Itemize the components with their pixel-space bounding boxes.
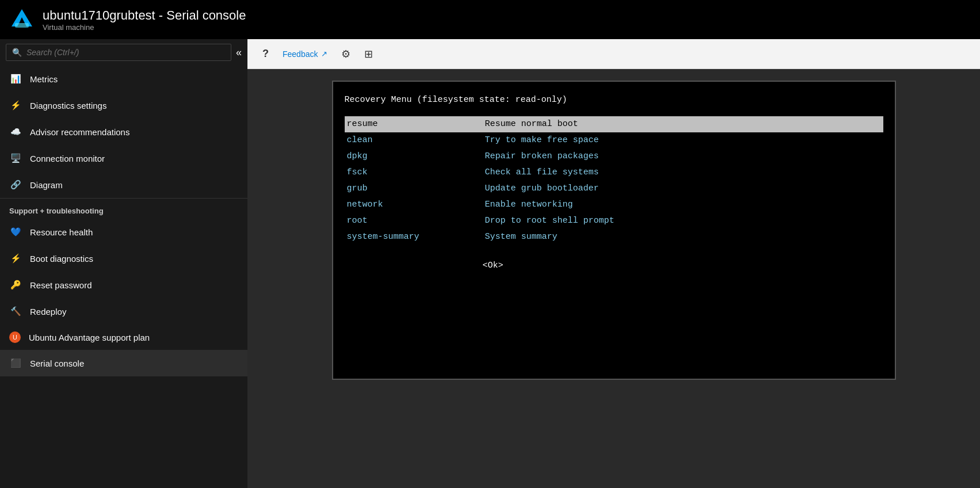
menu-key-system-summary: system-summary [345, 229, 483, 245]
menu-row-grub[interactable]: grub Update grub bootloader [345, 181, 883, 197]
content-area: ? Feedback ↗ ⚙ ⊞ Recovery Menu (filesyst… [247, 39, 980, 488]
menu-desc-grub: Update grub bootloader [483, 181, 601, 197]
sidebar-item-label: Diagram [30, 180, 63, 190]
terminal[interactable]: Recovery Menu (filesystem state: read-on… [332, 81, 896, 380]
menu-desc-clean: Try to make free space [483, 132, 601, 148]
menu-row-network[interactable]: network Enable networking [345, 197, 883, 213]
network-icon: 🔗 [9, 178, 22, 191]
help-button[interactable]: ? [257, 44, 274, 63]
sidebar-item-reset-password[interactable]: 🔑 Reset password [0, 272, 247, 298]
menu-desc-network: Enable networking [483, 197, 575, 213]
help-icon: ? [262, 48, 269, 60]
sidebar-item-metrics[interactable]: 📊 Metrics [0, 66, 247, 92]
external-link-icon: ↗ [321, 49, 327, 58]
menu-row-dpkg[interactable]: dpkg Repair broken packages [345, 148, 883, 165]
terminal-icon: ⬛ [9, 357, 22, 369]
monitor-icon: 🖥️ [9, 152, 22, 165]
sidebar-item-redeploy[interactable]: 🔨 Redeploy [0, 298, 247, 325]
sidebar-item-label: Resource health [30, 227, 93, 237]
menu-row-system-summary[interactable]: system-summary System summary [345, 229, 883, 245]
sidebar-item-label: Connection monitor [30, 154, 105, 163]
key-icon: 🔑 [9, 279, 22, 291]
search-input[interactable] [26, 48, 225, 57]
grid-icon: ⊞ [364, 48, 373, 60]
grid-button[interactable]: ⊞ [359, 44, 379, 64]
terminal-wrapper: Recovery Menu (filesystem state: read-on… [247, 69, 980, 488]
menu-row-resume[interactable]: resume Resume normal boot [345, 116, 883, 132]
azure-icon [9, 7, 35, 32]
menu-key-resume: resume [345, 116, 483, 132]
menu-key-dpkg: dpkg [345, 148, 483, 165]
heart-icon: 💙 [9, 226, 22, 238]
sidebar-item-advisor-recommendations[interactable]: ☁️ Advisor recommendations [0, 119, 247, 145]
menu-key-root: root [345, 213, 483, 229]
gear-icon: ⚙ [341, 48, 350, 60]
menu-desc-system-summary: System summary [483, 229, 560, 245]
menu-key-clean: clean [345, 132, 483, 148]
lightning-icon: ⚡ [9, 99, 22, 112]
sidebar-item-label: Ubuntu Advantage support plan [29, 333, 150, 342]
sidebar-header: 🔍 « [0, 39, 247, 66]
menu-desc-resume: Resume normal boot [483, 116, 581, 132]
title-bar: ubuntu1710grubtest - Serial console Virt… [0, 0, 980, 39]
sidebar-item-label: Diagnostics settings [30, 101, 106, 110]
menu-desc-dpkg: Repair broken packages [483, 148, 601, 165]
sidebar-item-label: Metrics [30, 74, 58, 84]
terminal-menu: resume Resume normal boot clean Try to m… [345, 116, 883, 245]
collapse-button[interactable]: « [236, 47, 242, 59]
sidebar-item-label: Redeploy [30, 307, 66, 317]
search-icon: 🔍 [12, 48, 22, 57]
menu-key-grub: grub [345, 181, 483, 197]
sidebar-item-diagnostics-settings[interactable]: ⚡ Diagnostics settings [0, 92, 247, 119]
search-box[interactable]: 🔍 [6, 44, 231, 61]
menu-key-fsck: fsck [345, 165, 483, 181]
menu-row-root[interactable]: root Drop to root shell prompt [345, 213, 883, 229]
cloud-icon: ☁️ [9, 125, 22, 138]
sidebar-item-resource-health[interactable]: 💙 Resource health [0, 219, 247, 245]
sidebar-item-connection-monitor[interactable]: 🖥️ Connection monitor [0, 145, 247, 171]
sidebar-item-label: Serial console [30, 359, 84, 368]
sidebar-item-ubuntu-support[interactable]: U Ubuntu Advantage support plan [0, 325, 247, 350]
sidebar-item-serial-console[interactable]: ⬛ Serial console [0, 350, 247, 376]
menu-row-fsck[interactable]: fsck Check all file systems [345, 165, 883, 181]
bar-chart-icon: 📊 [9, 73, 22, 85]
menu-desc-root: Drop to root shell prompt [483, 213, 617, 229]
section-support-troubleshooting: Support + troubleshooting [0, 198, 247, 219]
terminal-ok[interactable]: <Ok> [345, 259, 883, 273]
feedback-button[interactable]: Feedback ↗ [277, 46, 333, 62]
terminal-title: Recovery Menu (filesystem state: read-on… [345, 93, 883, 107]
feedback-label: Feedback [283, 49, 318, 59]
ubuntu-icon: U [9, 331, 21, 343]
sidebar-item-label: Reset password [30, 280, 92, 290]
lightning2-icon: ⚡ [9, 252, 22, 265]
toolbar: ? Feedback ↗ ⚙ ⊞ [247, 39, 980, 69]
sidebar: 🔍 « 📊 Metrics ⚡ Diagnostics settings ☁️ … [0, 39, 247, 488]
menu-row-clean[interactable]: clean Try to make free space [345, 132, 883, 148]
page-title: ubuntu1710grubtest - Serial console [43, 8, 246, 23]
hammer-icon: 🔨 [9, 305, 22, 318]
sidebar-scroll: 📊 Metrics ⚡ Diagnostics settings ☁️ Advi… [0, 66, 247, 488]
vm-type: Virtual machine [43, 23, 246, 32]
menu-desc-fsck: Check all file systems [483, 165, 601, 181]
settings-button[interactable]: ⚙ [335, 44, 356, 64]
svg-rect-2 [15, 23, 29, 28]
sidebar-item-boot-diagnostics[interactable]: ⚡ Boot diagnostics [0, 245, 247, 272]
sidebar-item-diagram[interactable]: 🔗 Diagram [0, 171, 247, 198]
sidebar-item-label: Advisor recommendations [30, 127, 129, 137]
title-bar-text: ubuntu1710grubtest - Serial console Virt… [43, 8, 246, 32]
sidebar-item-label: Boot diagnostics [30, 254, 93, 264]
menu-key-network: network [345, 197, 483, 213]
